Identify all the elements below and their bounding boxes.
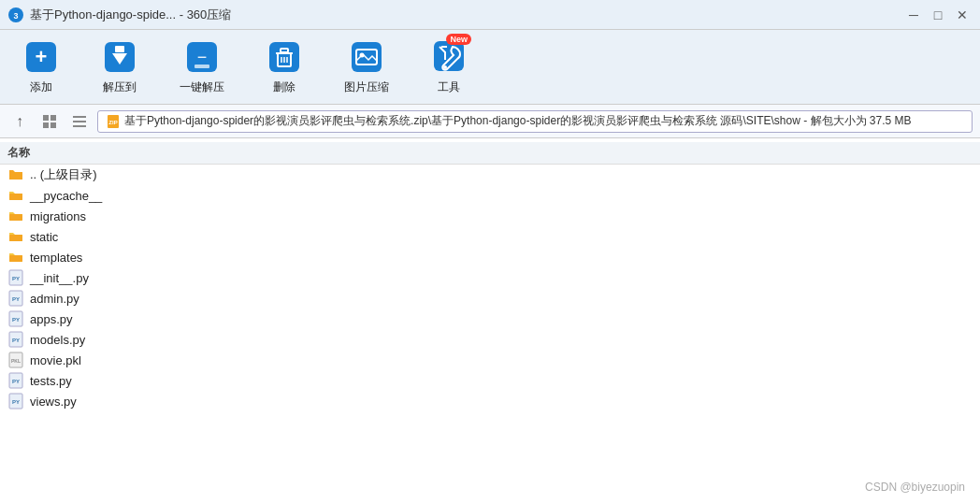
svg-text:PY: PY (12, 296, 20, 302)
list-item[interactable]: PY tests.py (0, 370, 980, 391)
file-area: 名称 .. (上级目录) __pycache__ migrations stat… (0, 138, 980, 503)
file-icon (7, 187, 24, 204)
file-name: movie.pkl (30, 353, 81, 367)
file-icon: PY (7, 310, 24, 327)
delete-icon (266, 38, 303, 76)
list-item[interactable]: .. (上级目录) (0, 165, 980, 185)
svg-rect-33 (9, 235, 22, 241)
svg-text:+: + (36, 45, 48, 68)
one-click-extract-button[interactable]: − 一键解压 (172, 33, 232, 101)
address-bar[interactable]: ZIP 基于Python-django-spider的影视演员影评爬虫与检索系统… (97, 110, 973, 133)
add-label: 添加 (30, 79, 52, 95)
file-items-container: .. (上级目录) __pycache__ migrations static … (0, 165, 980, 411)
svg-point-21 (443, 65, 447, 69)
file-icon (7, 208, 24, 224)
svg-rect-31 (9, 194, 22, 200)
extract-icon (101, 38, 138, 76)
image-icon (348, 38, 385, 76)
nav-bar: ↑ ZIP 基于Python-django-spider的影视演员影评爬虫与检索… (0, 105, 980, 138)
file-name: __init__.py (30, 271, 89, 285)
one-click-icon: − (183, 38, 221, 76)
svg-rect-34 (9, 255, 22, 262)
svg-text:PY: PY (12, 379, 20, 384)
svg-rect-23 (50, 115, 56, 121)
file-name: static (30, 230, 58, 244)
image-compress-button[interactable]: 图片压缩 (337, 33, 396, 101)
address-text: 基于Python-django-spider的影视演员影评爬虫与检索系统.zip… (124, 113, 912, 129)
tools-icon-wrap: New (430, 38, 468, 76)
window-title: 基于Python-django-spide... - 360压缩 (30, 7, 903, 23)
list-item[interactable]: PY models.py (0, 329, 980, 350)
svg-text:−: − (197, 48, 208, 66)
svg-text:PY: PY (12, 317, 20, 323)
file-icon: PKL (7, 352, 24, 368)
tools-button[interactable]: New 工具 (423, 33, 475, 101)
maximize-button[interactable]: □ (928, 5, 948, 25)
title-bar: 3 基于Python-django-spide... - 360压缩 ─ □ ✕ (0, 0, 980, 30)
file-icon: PY (7, 269, 24, 286)
svg-text:PY: PY (12, 399, 20, 405)
svg-rect-27 (73, 121, 86, 122)
svg-text:PKL: PKL (11, 358, 21, 364)
file-icon (7, 228, 24, 245)
file-name: __pycache__ (30, 189, 102, 203)
list-item[interactable]: static (0, 226, 980, 247)
file-list: 名称 .. (上级目录) __pycache__ migrations stat… (0, 138, 980, 503)
svg-rect-32 (9, 214, 22, 221)
extract-label: 解压到 (103, 79, 137, 95)
add-icon: + (22, 38, 60, 76)
file-name: views.py (30, 395, 77, 409)
file-name: models.py (30, 333, 85, 347)
toolbar: + 添加 解压到 − 一键解压 (0, 30, 980, 105)
list-item[interactable]: PY __init__.py (0, 267, 980, 288)
delete-label: 删除 (273, 79, 295, 95)
one-click-extract-label: 一键解压 (180, 79, 224, 95)
file-name: templates (30, 251, 82, 265)
svg-text:3: 3 (13, 11, 18, 21)
svg-text:PY: PY (12, 338, 20, 343)
delete-button[interactable]: 删除 (258, 33, 310, 101)
file-icon: PY (7, 331, 24, 348)
svg-rect-22 (43, 115, 49, 121)
up-directory-button[interactable]: ↑ (7, 109, 32, 134)
file-name: apps.py (30, 312, 73, 326)
list-item[interactable]: PY views.py (0, 391, 980, 411)
image-compress-label: 图片压缩 (344, 79, 389, 95)
file-name: migrations (30, 209, 86, 223)
zip-file-icon: ZIP (106, 114, 121, 129)
svg-text:ZIP: ZIP (108, 120, 117, 125)
close-button[interactable]: ✕ (952, 5, 973, 25)
list-item[interactable]: PY apps.py (0, 309, 980, 329)
svg-rect-28 (73, 125, 86, 127)
view-icon-button[interactable] (37, 109, 62, 134)
list-item[interactable]: PKL movie.pkl (0, 350, 980, 370)
window-controls: ─ □ ✕ (903, 5, 973, 25)
file-name: tests.py (30, 374, 72, 388)
column-header: 名称 (0, 142, 980, 165)
new-badge: New (446, 34, 471, 45)
file-icon (7, 166, 24, 183)
file-icon: PY (7, 372, 24, 389)
svg-rect-25 (50, 122, 56, 128)
extract-button[interactable]: 解压到 (94, 33, 146, 101)
list-item[interactable]: migrations (0, 206, 980, 226)
svg-rect-24 (43, 122, 49, 128)
minimize-button[interactable]: ─ (903, 5, 924, 25)
view-list-button[interactable] (67, 109, 92, 134)
app-icon: 3 (7, 7, 24, 23)
svg-text:PY: PY (12, 276, 20, 281)
svg-rect-6 (115, 46, 124, 52)
file-icon (7, 249, 24, 266)
file-name: .. (上级目录) (30, 166, 97, 183)
svg-rect-9 (195, 65, 209, 68)
file-name: admin.py (30, 292, 79, 306)
tools-label: 工具 (438, 79, 460, 95)
list-item[interactable]: templates (0, 247, 980, 267)
add-button[interactable]: + 添加 (15, 33, 67, 101)
list-item[interactable]: PY admin.py (0, 288, 980, 309)
file-icon: PY (7, 393, 24, 410)
list-item[interactable]: __pycache__ (0, 185, 980, 206)
file-icon: PY (7, 290, 24, 307)
svg-rect-26 (73, 116, 86, 118)
